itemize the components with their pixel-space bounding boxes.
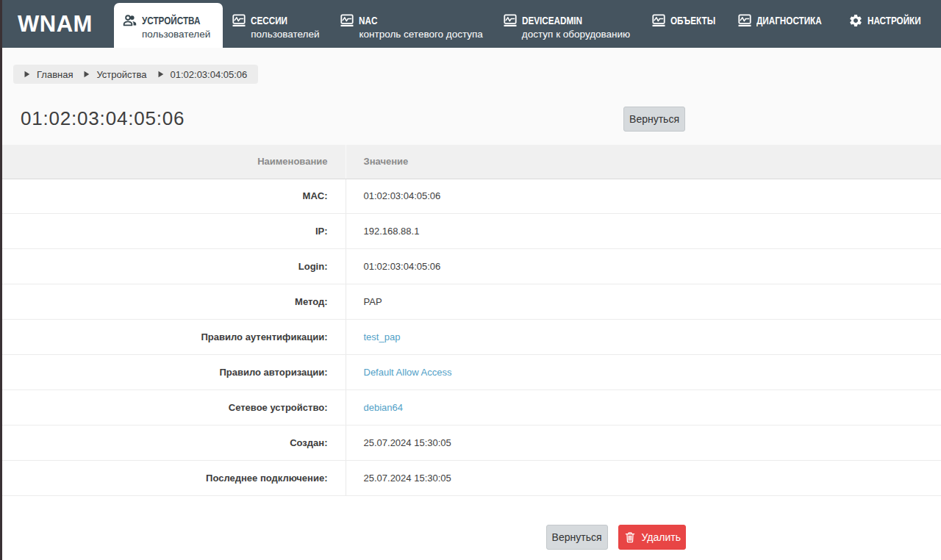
page-title: 01:02:03:04:05:06 <box>21 107 185 130</box>
breadcrumb-item[interactable]: Устройства <box>84 69 146 80</box>
chart-icon <box>340 13 354 28</box>
tab-sublabel: доступ к оборудованию <box>522 27 630 41</box>
row-value: 192.168.88.1 <box>346 214 941 249</box>
tab-label: НАСТРОЙКИ <box>867 13 921 27</box>
breadcrumb-arrow-icon <box>24 71 30 78</box>
tab-sublabel: пользователей <box>251 27 319 41</box>
column-header-name: Наименование <box>0 145 346 179</box>
chart-icon <box>503 13 518 28</box>
tab-text: СЕССИИпользователей <box>251 13 319 41</box>
tab-label-text: НАСТРОЙКИ <box>867 13 921 27</box>
gear-icon <box>848 13 863 28</box>
row-value: PAP <box>346 284 941 320</box>
row-value: Default Allow Access <box>346 354 941 390</box>
table-row: MAC:01:02:03:04:05:06 <box>0 179 941 214</box>
row-value: test_pap <box>346 320 941 355</box>
row-value: 25.07.2024 15:30:05 <box>346 460 941 495</box>
row-value: 25.07.2024 15:30:05 <box>346 425 941 460</box>
spacer <box>0 131 941 145</box>
footer-actions: Вернуться Удалить <box>0 525 941 550</box>
row-label: Создан: <box>0 425 346 460</box>
column-header-value: Значение <box>346 145 941 179</box>
delete-button[interactable]: Удалить <box>618 525 686 550</box>
top-navbar: WNAM УСТРОЙСТВАпользователейСЕССИИпользо… <box>0 0 941 48</box>
chart-icon <box>737 13 752 28</box>
tab-nac[interactable]: NACконтроль сетевого доступа <box>329 0 493 48</box>
tab-label-text: NAC <box>359 13 377 27</box>
row-value: debian64 <box>346 390 941 425</box>
row-value: 01:02:03:04:05:06 <box>346 249 941 284</box>
people-icon <box>123 13 137 28</box>
table-row: Метод:PAP <box>0 284 941 320</box>
table-row: Правило аутентификации:test_pap <box>0 320 941 355</box>
chart-icon <box>651 13 666 28</box>
tab-text: УСТРОЙСТВАпользователей <box>142 13 210 41</box>
table-row: Правило авторизации:Default Allow Access <box>0 354 941 390</box>
row-label: Правило аутентификации: <box>0 320 346 355</box>
tab-devices[interactable]: УСТРОЙСТВАпользователей <box>114 3 223 48</box>
row-value: 01:02:03:04:05:06 <box>346 179 941 214</box>
table-row: Сетевое устройство:debian64 <box>0 390 941 425</box>
table-row: Создан:25.07.2024 15:30:05 <box>0 425 941 460</box>
tab-settings[interactable]: НАСТРОЙКИ <box>838 0 931 48</box>
chart-icon <box>232 13 246 28</box>
table-header-row: Наименование Значение <box>0 145 941 179</box>
left-edge-strip <box>0 0 2 560</box>
content-area: ГлавнаяУстройства01:02:03:04:05:06 01:02… <box>0 48 941 145</box>
tab-label-text: DEVICEADMIN <box>522 13 582 27</box>
brand-logo[interactable]: WNAM <box>0 0 114 48</box>
tab-label: DEVICEADMIN <box>522 13 582 27</box>
tab-text: DEVICEADMINдоступ к оборудованию <box>522 13 630 41</box>
tab-label: NAC <box>359 13 377 27</box>
breadcrumb-label: 01:02:03:04:05:06 <box>171 69 248 80</box>
value-link[interactable]: test_pap <box>364 331 401 342</box>
tab-sublabel: пользователей <box>142 27 210 41</box>
tab-diagnostics[interactable]: ДИАГНОСТИКА <box>727 0 832 48</box>
trash-icon <box>623 531 637 544</box>
row-label: MAC: <box>0 179 346 214</box>
nav-tabs: УСТРОЙСТВАпользователейСЕССИИпользовател… <box>114 0 931 48</box>
breadcrumb-label: Главная <box>37 69 73 80</box>
tab-deviceadmin[interactable]: DEVICEADMINдоступ к оборудованию <box>493 0 640 48</box>
value-link[interactable]: debian64 <box>364 402 404 413</box>
tab-label-text: УСТРОЙСТВА <box>142 13 200 27</box>
breadcrumb: ГлавнаяУстройства01:02:03:04:05:06 <box>13 65 258 84</box>
tab-label-text: ДИАГНОСТИКА <box>756 13 822 27</box>
tab-label: СЕССИИ <box>251 13 287 27</box>
back-button-bottom[interactable]: Вернуться <box>546 525 608 550</box>
row-label: Сетевое устройство: <box>0 390 346 425</box>
table-row: Последнее подключение:25.07.2024 15:30:0… <box>0 460 941 495</box>
delete-button-label: Удалить <box>642 531 681 543</box>
breadcrumb-item[interactable]: Главная <box>24 69 73 80</box>
device-detail-table: Наименование Значение MAC:01:02:03:04:05… <box>0 145 941 496</box>
table-row: Login:01:02:03:04:05:06 <box>0 249 941 284</box>
tab-text: ДИАГНОСТИКА <box>756 13 822 27</box>
breadcrumb-item: 01:02:03:04:05:06 <box>158 69 248 80</box>
tab-label: ОБЪЕКТЫ <box>670 13 715 27</box>
row-label: Login: <box>0 249 346 284</box>
tab-text: NACконтроль сетевого доступа <box>359 13 482 41</box>
tab-text: ОБЪЕКТЫ <box>670 13 715 27</box>
row-label: Правило авторизации: <box>0 354 346 390</box>
title-row: 01:02:03:04:05:06 Вернуться <box>0 106 941 131</box>
tab-sessions[interactable]: СЕССИИпользователей <box>221 0 329 48</box>
tab-sublabel: контроль сетевого доступа <box>359 27 482 41</box>
row-label: Последнее подключение: <box>0 460 346 495</box>
breadcrumb-arrow-icon <box>158 71 164 78</box>
value-link[interactable]: Default Allow Access <box>364 367 452 378</box>
tab-objects[interactable]: ОБЪЕКТЫ <box>641 0 726 48</box>
tab-label-text: СЕССИИ <box>251 13 287 27</box>
tab-label-text: ОБЪЕКТЫ <box>670 13 715 27</box>
row-label: IP: <box>0 214 346 249</box>
back-button-top[interactable]: Вернуться <box>623 107 685 132</box>
tab-label: УСТРОЙСТВА <box>142 13 200 27</box>
tab-label: ДИАГНОСТИКА <box>756 13 822 27</box>
row-label: Метод: <box>0 284 346 320</box>
tab-text: НАСТРОЙКИ <box>867 13 921 27</box>
breadcrumb-label: Устройства <box>96 69 146 80</box>
breadcrumb-arrow-icon <box>84 71 90 78</box>
table-row: IP:192.168.88.1 <box>0 214 941 249</box>
